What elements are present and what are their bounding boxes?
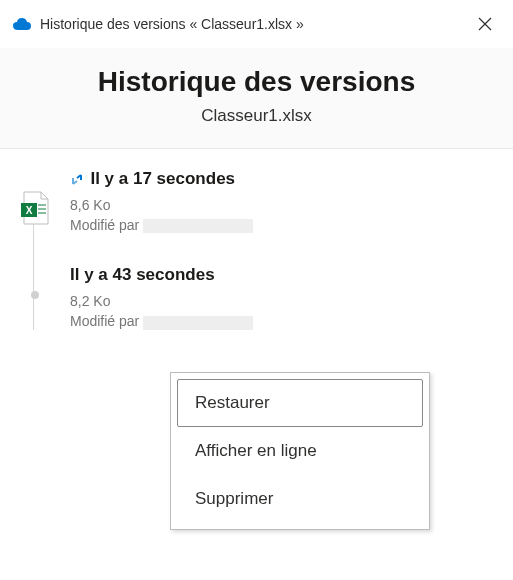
- excel-file-icon: X: [21, 191, 49, 229]
- menu-restore[interactable]: Restaurer: [177, 379, 423, 427]
- menu-view-online[interactable]: Afficher en ligne: [177, 427, 423, 475]
- header: Historique des versions Classeur1.xlsx: [0, 48, 513, 149]
- version-size: 8,2 Ko: [70, 293, 493, 309]
- sync-indicator-icon: [70, 173, 84, 187]
- close-icon: [478, 17, 492, 31]
- version-time: Il y a 43 secondes: [70, 265, 493, 285]
- filename: Classeur1.xlsx: [0, 106, 513, 126]
- version-item[interactable]: Il y a 43 secondes 8,2 Ko Modifié par: [20, 265, 493, 329]
- page-title: Historique des versions: [0, 66, 513, 98]
- version-modified-by: Modifié par: [70, 313, 493, 329]
- timeline-dot: [31, 291, 39, 299]
- version-size: 8,6 Ko: [70, 197, 493, 213]
- onedrive-cloud-icon: [12, 17, 32, 31]
- version-item[interactable]: X Il y a 17 secondes 8,6 Ko Modi: [20, 169, 493, 233]
- title-bar-text: Historique des versions « Classeur1.xlsx…: [40, 16, 461, 32]
- version-list: X Il y a 17 secondes 8,6 Ko Modi: [0, 149, 513, 330]
- version-time: Il y a 17 secondes: [90, 169, 235, 188]
- redacted-name: [143, 219, 253, 233]
- redacted-name: [143, 316, 253, 330]
- title-bar: Historique des versions « Classeur1.xlsx…: [0, 0, 513, 48]
- close-button[interactable]: [469, 8, 501, 40]
- menu-delete[interactable]: Supprimer: [177, 475, 423, 523]
- version-modified-by: Modifié par: [70, 217, 493, 233]
- svg-text:X: X: [26, 205, 33, 216]
- context-menu: Restaurer Afficher en ligne Supprimer: [170, 372, 430, 530]
